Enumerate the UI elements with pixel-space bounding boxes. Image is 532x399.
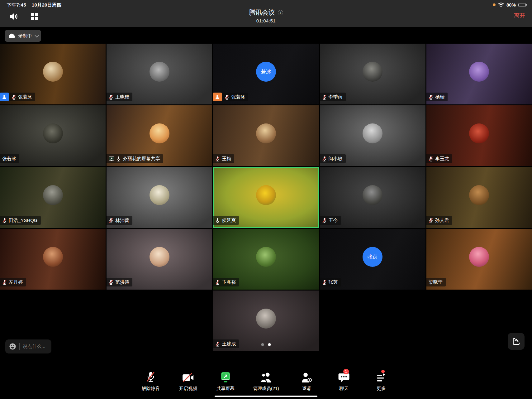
avatar	[256, 309, 276, 329]
name-label: 齐丽花的屏幕共享	[107, 154, 163, 163]
avatar: 若冰	[256, 62, 276, 82]
participant-tile[interactable]: 张若冰	[0, 44, 106, 104]
name-label: 张若冰	[222, 93, 248, 101]
participant-name: 李玉龙	[435, 156, 449, 162]
chat-badge: 1	[343, 369, 349, 374]
participant-tile[interactable]: 齐丽花的屏幕共享	[107, 105, 212, 166]
info-icon[interactable]: i	[278, 10, 283, 15]
page-dots	[261, 343, 271, 346]
name-strip: 卞兆裕	[213, 278, 239, 286]
mic-status-icon	[322, 94, 327, 100]
mic-status-icon	[215, 218, 220, 223]
name-label: 李玉龙	[426, 154, 452, 163]
start-video-button[interactable]: 开启视频	[178, 371, 198, 392]
name-strip: 王建成	[213, 339, 239, 348]
participant-tile[interactable]: 孙人君	[426, 167, 532, 228]
participant-tile[interactable]: 李季雨	[320, 44, 425, 104]
unmute-button[interactable]: 解除静音	[141, 371, 161, 392]
invite-person-icon	[301, 372, 312, 383]
chevron-down-icon[interactable]	[35, 33, 39, 38]
participant-name: 林沛蕾	[115, 218, 129, 224]
participant-name: 闵小敏	[329, 156, 343, 162]
participant-name: 左丹婷	[9, 279, 23, 285]
participant-tile[interactable]: 卞兆裕	[213, 229, 319, 290]
participant-tile[interactable]: 闵小敏	[320, 105, 425, 166]
person-icon	[215, 94, 220, 99]
clock-time: 下午7:45	[7, 2, 26, 8]
toolbar-label: 解除静音	[142, 386, 160, 392]
mic-status-icon	[429, 156, 433, 161]
manage-members-button[interactable]: 管理成员(21)	[253, 371, 279, 392]
leave-button[interactable]: 离开	[514, 12, 525, 19]
meeting-title-text: 腾讯会议	[249, 8, 275, 17]
participant-tile[interactable]: 张若冰	[0, 105, 106, 166]
participant-tile[interactable]: 梁晓宁	[426, 229, 532, 290]
name-strip: 李玉龙	[426, 154, 452, 163]
participant-tile[interactable]: 范洪涛	[107, 229, 212, 290]
page-title: 腾讯会议 i	[249, 8, 283, 17]
mic-status-icon	[109, 218, 113, 223]
person-icon	[2, 94, 7, 99]
participant-name: 王晓锋	[115, 94, 129, 100]
participant-tile[interactable]: 林沛蕾	[107, 167, 212, 228]
participant-name: 张若冰	[18, 94, 32, 100]
participant-tile[interactable]: 侯延爽	[213, 167, 319, 228]
recording-badge[interactable]: 录制中	[5, 30, 41, 42]
avatar	[43, 62, 63, 82]
participant-name: 张若冰	[231, 94, 245, 100]
participant-name: 王建成	[222, 341, 236, 347]
participant-name: 张茵	[329, 279, 338, 285]
home-indicator[interactable]	[215, 396, 317, 397]
screen-share-mini-icon	[109, 156, 114, 161]
mic-status-icon	[12, 94, 16, 100]
name-label: 李季雨	[320, 93, 346, 101]
participant-grid: 张若冰 王晓锋 若冰	[0, 44, 532, 351]
share-screen-icon	[220, 372, 231, 383]
name-label: 闵小敏	[320, 154, 346, 163]
participant-tile[interactable]: 王建成	[213, 291, 319, 351]
status-right: 80%	[493, 2, 527, 7]
name-strip: 张若冰	[0, 93, 35, 101]
name-label: 孙人君	[426, 216, 452, 225]
toolbar-label: 共享屏幕	[216, 386, 235, 392]
participant-name: 梁晓宁	[429, 279, 443, 285]
more-button[interactable]: 更多	[371, 371, 391, 392]
chat-input[interactable]: 说点什么...	[5, 339, 51, 353]
participant-name: 杨瑞	[435, 94, 444, 100]
bottom-toolbar: 解除静音 开启视频 共享屏幕	[141, 371, 391, 392]
invite-button[interactable]: 邀请	[297, 371, 316, 392]
meeting-timer: 01:04:51	[0, 18, 532, 23]
mic-status-icon	[116, 156, 121, 161]
emoji-icon[interactable]	[9, 343, 16, 350]
participant-tile[interactable]: 李玉龙	[426, 105, 532, 166]
status-left: 下午7:45 10月20日周四	[7, 2, 62, 8]
name-label: 王今	[320, 216, 341, 225]
participant-tile[interactable]: 若冰 张若冰	[213, 44, 319, 104]
name-strip: 王晓锋	[107, 93, 132, 101]
participant-tile[interactable]: 田浩_YSHQG	[0, 167, 106, 228]
participant-tile[interactable]: 左丹婷	[0, 229, 106, 290]
role-badge	[0, 93, 9, 101]
participant-tile[interactable]: 杨瑞	[426, 44, 532, 104]
chat-placeholder: 说点什么...	[23, 344, 45, 349]
mic-status-icon	[215, 280, 220, 285]
mic-status-icon	[429, 218, 433, 223]
participant-name: 范洪涛	[115, 279, 129, 285]
participant-tile[interactable]: 王晓锋	[107, 44, 212, 104]
mic-status-icon	[322, 218, 327, 223]
participant-tile[interactable]: 张茵 张茵	[320, 229, 425, 290]
chat-button[interactable]: 1 聊天	[334, 371, 354, 392]
annotation-button[interactable]	[508, 333, 525, 350]
name-strip: 齐丽花的屏幕共享	[107, 154, 163, 163]
mic-status-icon	[225, 94, 229, 100]
name-label: 杨瑞	[426, 93, 448, 101]
mic-status-icon	[2, 280, 7, 285]
name-strip: 张若冰	[0, 154, 19, 163]
cloud-icon	[8, 33, 15, 38]
participant-name: 田浩_YSHQG	[9, 218, 38, 224]
participant-tile[interactable]: 王今	[320, 167, 425, 228]
avatar	[150, 62, 169, 82]
name-strip: 范洪涛	[107, 278, 132, 286]
share-screen-button[interactable]: 共享屏幕	[216, 371, 235, 392]
participant-tile[interactable]: 王梅	[213, 105, 319, 166]
